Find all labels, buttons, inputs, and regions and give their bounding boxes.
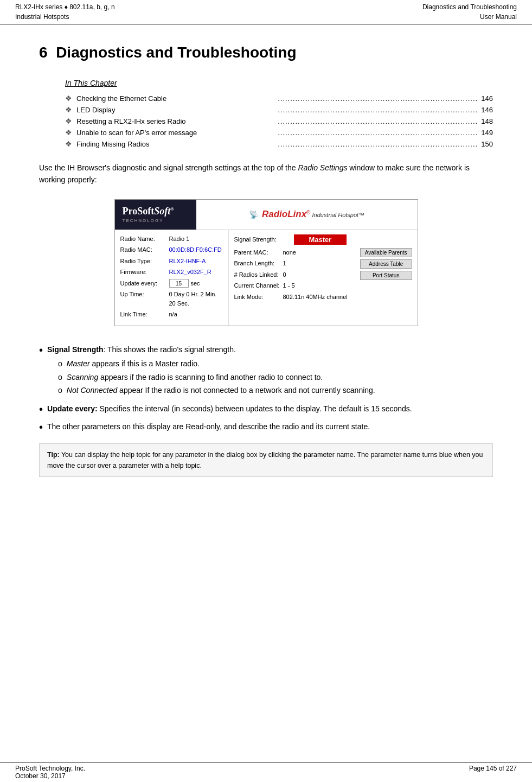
ps-right-col: Signal Strength: Master Parent MAC: none…	[229, 230, 418, 326]
toc-page-1: 146	[481, 94, 493, 103]
sub-item-master: o Master appears if this is a Master rad…	[58, 358, 493, 370]
toc-entry-4: ❖ Unable to scan for AP's error message …	[65, 128, 493, 137]
ps-value-radio-name: Radio 1	[169, 234, 190, 244]
ps-logo-r: ®	[170, 206, 174, 212]
ps-body: Radio Name: Radio 1 Radio MAC: 00:0D:8D:…	[115, 230, 418, 326]
address-table-button[interactable]: Address Table	[360, 259, 412, 269]
ps-value-firmware: RLX2_v032F_R	[169, 268, 211, 277]
toc-bullet: ❖	[65, 128, 72, 137]
ps-signal-label: Signal Strength:	[234, 236, 294, 243]
header-section: Diagnostics and Troubleshooting	[422, 2, 517, 12]
toc-entry-3: ❖ Resetting a RLX2-IHx series Radio 148	[65, 117, 493, 126]
ps-row-mac: Radio MAC: 00:0D:8D:F0:6C:FD	[120, 245, 223, 255]
ps-label-type: Radio Type:	[120, 257, 169, 266]
ps-row-parent: Parent MAC: none	[234, 248, 356, 257]
ps-right-info: Parent MAC: none Branch Length: 1 # Radi…	[234, 248, 356, 304]
toc-dots-5	[278, 140, 478, 149]
header-product: RLX2-IHx series ♦ 802.11a, b, g, n	[15, 2, 115, 12]
intro-paragraph: Use the IH Browser's diagnostic and sign…	[39, 162, 493, 186]
ps-unit-update: sec	[191, 279, 200, 288]
toc-dots-4	[278, 129, 478, 137]
toc-text-2: LED Display	[76, 106, 277, 114]
ps-label-link: Link Time:	[120, 310, 169, 319]
toc-bullet: ❖	[65, 139, 72, 148]
toc-dots-1	[278, 94, 478, 103]
sub-bullet-notconnected: o	[58, 384, 62, 396]
footer-page: Page 145 of 227	[469, 765, 517, 780]
page-content: 6 Diagnostics and Troubleshooting In Thi…	[0, 24, 532, 497]
port-status-button[interactable]: Port Status	[360, 271, 412, 280]
ps-logo-text: ProSoftSoft®	[123, 206, 174, 217]
tip-bold: Tip:	[47, 451, 60, 459]
signal-bold: Signal Strength	[47, 345, 103, 354]
bullet-dot-params: •	[39, 422, 43, 433]
header-right: Diagnostics and Troubleshooting User Man…	[422, 2, 517, 22]
ps-logo-soft: Soft	[154, 206, 170, 217]
header-left: RLX2-IHx series ♦ 802.11a, b, g, n Indus…	[15, 2, 115, 22]
ps-input-update[interactable]: 15	[169, 279, 189, 288]
ps-label-firmware: Firmware:	[120, 268, 169, 277]
list-item-signal: • Signal Strength: This shows the radio'…	[39, 344, 493, 398]
intro-italic: Radio Settings	[298, 163, 347, 172]
header-category: Industrial Hotspots	[15, 12, 115, 22]
ps-value-link: n/a	[169, 310, 177, 319]
bullet-dot-update: •	[39, 404, 43, 415]
ps-row-update: Update every: 15 sec	[120, 279, 223, 288]
sub-item-scanning: o Scanning appears if the radio is scann…	[58, 371, 493, 383]
ps-product-title: 📡 RadioLinx® Industrial Hotspot™	[249, 209, 364, 220]
update-text: Specifies the interval (in seconds) betw…	[98, 404, 412, 413]
ps-label-branch: Branch Length:	[234, 259, 283, 268]
ps-label-uptime: Up Time:	[120, 290, 169, 308]
in-this-chapter-label: In This Chapter	[65, 79, 493, 87]
toc-dots-2	[278, 106, 478, 115]
ps-label-mac: Radio MAC:	[120, 245, 169, 255]
ps-row-uptime: Up Time: 0 Day 0 Hr. 2 Min. 20 Sec.	[120, 290, 223, 308]
intro-text-before: Use the IH Browser's diagnostic and sign…	[39, 163, 298, 172]
sub-bullet-scanning: o	[58, 371, 62, 383]
toc-bullet: ❖	[65, 105, 72, 114]
ps-row-radios: # Radios Linked: 0	[234, 270, 356, 279]
ps-value-channel: 1 - 5	[283, 281, 295, 290]
ps-title-section: 📡 RadioLinx® Industrial Hotspot™	[196, 200, 418, 230]
bullet-content-params: The other parameters on this display are…	[47, 421, 493, 433]
in-this-chapter: In This Chapter ❖ Checking the Ethernet …	[65, 79, 493, 149]
ps-row-channel: Current Channel: 1 - 5	[234, 281, 356, 290]
toc-text-4: Unable to scan for AP's error message	[76, 129, 277, 137]
toc-entry-1: ❖ Checking the Ethernet Cable 146	[65, 94, 493, 103]
sub-item-notconnected: o Not Connected appear If the radio is n…	[58, 384, 493, 396]
sub-item-notconnected-text: Not Connected appear If the radio is not…	[67, 384, 375, 396]
toc-page-5: 150	[481, 140, 493, 148]
ps-master-badge: Master	[294, 234, 347, 245]
ps-label-parent: Parent MAC:	[234, 248, 283, 257]
tip-text: You can display the help topic for any p…	[47, 451, 483, 469]
ps-row-firmware: Firmware: RLX2_v032F_R	[120, 268, 223, 277]
ps-left-col: Radio Name: Radio 1 Radio MAC: 00:0D:8D:…	[115, 230, 229, 326]
ps-value-type: RLX2-IHNF-A	[169, 257, 206, 266]
ps-product-sub: Industrial Hotspot™	[310, 212, 364, 218]
ps-label-channel: Current Channel:	[234, 281, 283, 290]
available-parents-button[interactable]: Available Parents	[360, 248, 412, 257]
toc-page-4: 149	[481, 129, 493, 137]
ps-row-branch: Branch Length: 1	[234, 259, 356, 268]
ps-right-rows: Parent MAC: none Branch Length: 1 # Radi…	[234, 248, 412, 304]
bullet-list: • Signal Strength: This shows the radio'…	[39, 344, 493, 433]
toc-text-3: Resetting a RLX2-IHx series Radio	[76, 117, 277, 125]
ps-row-radio-name: Radio Name: Radio 1	[120, 234, 223, 244]
page-footer: ProSoft Technology, Inc. October 30, 201…	[0, 762, 532, 782]
ps-row-mode: Link Mode: 802.11n 40MHz channel	[234, 293, 356, 302]
screenshot-container: ProSoftSoft® TECHNOLOGY 📡 RadioLinx® Ind…	[114, 199, 418, 326]
bullet-content-update: Update every: Specifies the interval (in…	[47, 403, 493, 415]
sub-item-scanning-text: Scanning appears if the radio is scannin…	[67, 371, 323, 383]
chapter-heading: 6 Diagnostics and Troubleshooting	[39, 44, 493, 61]
footer-date: October 30, 2017	[15, 772, 85, 780]
header-manual: User Manual	[422, 12, 517, 22]
ps-label-radio-name: Radio Name:	[120, 234, 169, 244]
ps-value-parent: none	[283, 248, 296, 257]
ps-product-name: RadioLinx	[262, 209, 306, 219]
footer-left: ProSoft Technology, Inc. October 30, 201…	[15, 765, 85, 780]
toc-bullet: ❖	[65, 117, 72, 125]
ps-logo: ProSoftSoft® TECHNOLOGY	[123, 206, 174, 223]
ps-value-branch: 1	[283, 259, 286, 268]
ps-value-mode: 802.11n 40MHz channel	[283, 293, 348, 302]
chapter-title: Diagnostics and Troubleshooting	[56, 44, 296, 61]
